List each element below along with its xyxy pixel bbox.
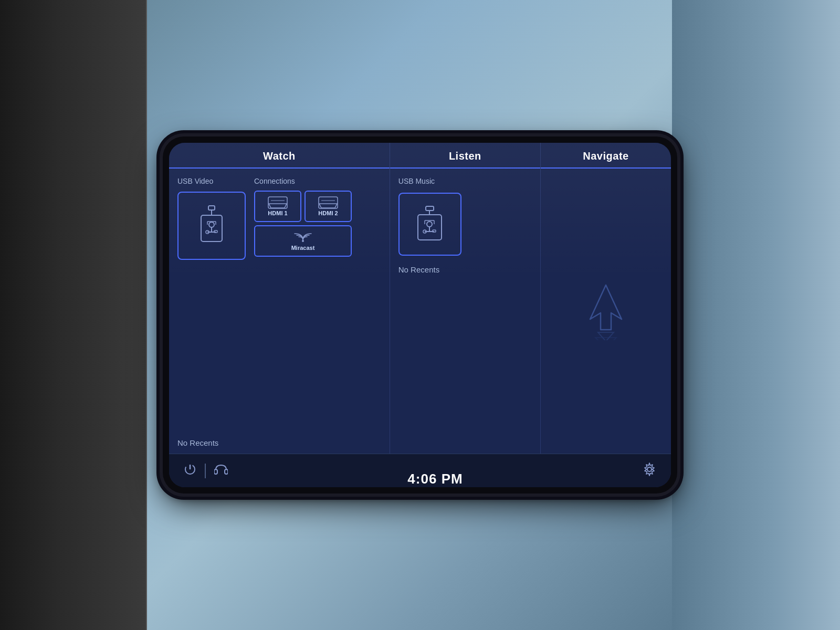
main-content: Watch USB Video xyxy=(169,143,671,454)
usb-video-column: USB Video xyxy=(177,177,246,424)
miracast-icon xyxy=(293,232,312,243)
connections-label: Connections xyxy=(254,177,352,185)
connections-column: Connections HDMI 1 xyxy=(254,177,352,424)
usb-music-label: USB Music xyxy=(398,177,532,185)
usb-video-icon xyxy=(196,205,227,247)
usb-music-button[interactable] xyxy=(398,193,461,256)
svg-point-17 xyxy=(302,240,304,242)
seat-right xyxy=(672,0,840,630)
bottom-divider xyxy=(205,464,206,478)
hdmi-row: HDMI 1 HDMI 2 xyxy=(254,191,352,222)
hdmi1-button[interactable]: HDMI 1 xyxy=(254,191,301,222)
headphones-button[interactable] xyxy=(214,464,228,478)
hdmi1-icon xyxy=(268,196,288,209)
navigate-icon-area xyxy=(582,282,629,340)
hdmi1-label: HDMI 1 xyxy=(268,210,287,216)
listen-header: Listen xyxy=(390,143,540,169)
navigate-header: Navigate xyxy=(541,143,671,169)
svg-rect-18 xyxy=(426,206,434,211)
svg-marker-12 xyxy=(269,204,287,208)
svg-point-3 xyxy=(209,222,214,227)
miracast-label: Miracast xyxy=(291,245,315,251)
svg-point-36 xyxy=(647,467,652,471)
power-icon xyxy=(184,463,196,476)
settings-icon xyxy=(643,463,656,476)
watch-section: Watch USB Video xyxy=(169,143,390,454)
miracast-button[interactable]: Miracast xyxy=(254,225,352,257)
svg-rect-34 xyxy=(214,469,217,474)
svg-marker-15 xyxy=(319,204,337,208)
usb-video-button[interactable] xyxy=(177,192,246,260)
hdmi2-icon xyxy=(318,196,338,209)
svg-marker-29 xyxy=(590,285,622,330)
svg-marker-31 xyxy=(595,338,616,340)
listen-body: USB Music xyxy=(390,169,540,454)
screen-display: Watch USB Video xyxy=(169,143,671,487)
clock-display: 4:06 PM xyxy=(407,471,463,487)
headphones-icon xyxy=(214,464,228,475)
navigate-body[interactable] xyxy=(541,169,671,454)
listen-section: Listen USB Music xyxy=(390,143,541,454)
settings-button[interactable] xyxy=(643,463,656,479)
svg-rect-35 xyxy=(225,469,228,474)
hdmi2-label: HDMI 2 xyxy=(318,210,338,216)
seat-left xyxy=(0,0,147,630)
svg-marker-30 xyxy=(598,332,614,340)
navigate-section: Navigate xyxy=(541,143,671,454)
screen-device: Watch USB Video xyxy=(163,136,677,494)
watch-body: USB Video xyxy=(169,169,390,432)
bottom-left-controls xyxy=(184,463,228,479)
svg-point-21 xyxy=(427,222,432,227)
hdmi2-button[interactable]: HDMI 2 xyxy=(304,191,352,222)
usb-music-icon xyxy=(415,205,444,243)
usb-video-label: USB Video xyxy=(177,177,246,185)
navigate-arrow-icon xyxy=(582,282,629,340)
power-button[interactable] xyxy=(184,463,196,479)
listen-no-recents: No Recents xyxy=(398,261,532,278)
watch-no-recents: No Recents xyxy=(169,432,390,454)
svg-rect-14 xyxy=(319,197,338,208)
svg-rect-11 xyxy=(268,197,287,208)
bottom-bar: 4:06 PM xyxy=(169,454,671,487)
svg-rect-0 xyxy=(208,206,215,210)
watch-header: Watch xyxy=(169,143,390,169)
